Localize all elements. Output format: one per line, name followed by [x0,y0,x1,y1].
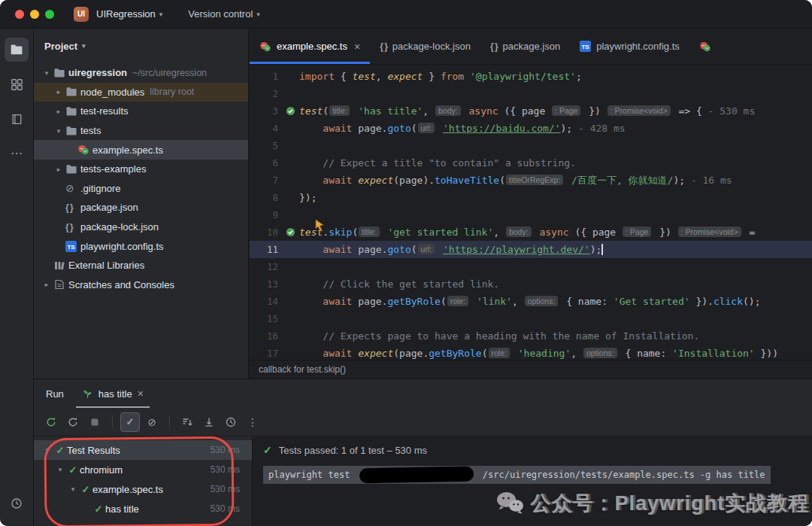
project-panel-header[interactable]: Project ▾ [34,29,248,63]
project-tree-item-package-json[interactable]: { }package.json [34,198,248,217]
close-icon[interactable]: × [138,388,144,400]
project-tree-item-gitignore[interactable]: ⊘.gitignore [34,179,248,199]
structure-tool-button[interactable] [5,72,29,96]
project-tree-item-playwright-config-ts[interactable]: TSplaywright.config.ts [34,236,248,256]
more-tools-tool-button[interactable]: ⋯ [5,141,29,166]
chevron-right-icon[interactable]: ▸ [52,88,65,96]
history-button[interactable] [221,412,241,432]
code-token: })) [755,348,778,359]
project-tree: ▾uiregression~/src/uiregression▸node_mod… [34,63,248,294]
chevron-down-icon[interactable]: ▾ [67,485,79,493]
code-token: titleOrRegExp: [506,175,563,185]
code-token: await [323,348,352,359]
code-token: : Page [623,227,651,237]
code-line-4[interactable]: 4 await page.goto(url: 'https://baidu.co… [250,120,812,137]
tests-passed-summary-row: ✓ Tests passed: 1 of 1 test – 530 ms [253,436,812,456]
json-icon: { } [380,41,387,52]
run-tab-has-title[interactable]: has title × [76,379,150,408]
test-passed-gutter-icon[interactable] [281,227,299,237]
code-token: }); [299,192,317,203]
project-tree-item-example-spec-ts[interactable]: example.spec.ts [34,140,248,160]
show-passed-icon: ✓ [126,417,135,427]
code-token: 'get started link' [387,227,493,238]
editor-area: example.spec.ts×{ }package-lock.json{ }p… [250,29,812,379]
test-passed-gutter-icon[interactable] [281,106,299,116]
project-tree-item-external-libraries[interactable]: External Libraries [34,256,248,275]
chevron-right-icon[interactable]: ▸ [52,166,65,173]
chevron-down-icon[interactable]: ▾ [40,69,53,77]
editor-tab-playwright-config-ts[interactable]: TSplaywright.config.ts [570,29,689,64]
chevron-right-icon[interactable]: ▸ [40,281,53,288]
editor-tab-label: package.json [503,41,561,52]
maximize-window-button[interactable] [45,10,54,19]
code-line-10[interactable]: 10test.skip(title: 'get started link', b… [250,223,812,241]
chevron-down-icon[interactable]: ▾ [54,466,66,473]
editor-tab-package-json[interactable]: { }package.json [480,29,570,64]
code-line-12[interactable]: 12 [250,258,812,275]
code-line-17[interactable]: 17 await expect(page.getByRole(role: 'he… [250,345,812,360]
bookmarks-tool-button[interactable] [5,107,29,131]
code-line-15[interactable]: 15 [250,310,812,327]
tree-item-label: uiregression [68,67,127,78]
close-window-button[interactable] [15,10,24,19]
editor-tab-example-spec-ts[interactable]: example.spec.ts× [250,29,370,64]
project-tree-item-package-lock-json[interactable]: { }package-lock.json [34,217,248,237]
code-line-3[interactable]: 3test(title: 'has title', body: async ({… [250,102,812,120]
project-tree-item-tests-examples[interactable]: ▸tests-examples [34,160,248,179]
editor-tab-item[interactable] [689,29,754,64]
code-line-1[interactable]: 1import { test, expect } from '@playwrig… [250,68,812,85]
project-tool-button[interactable] [5,38,29,62]
test-tree-item-chromium[interactable]: ▾✓chromium530 ms [34,460,252,479]
stop-button[interactable] [85,412,105,432]
code-line-11[interactable]: 11 await page.goto(url: 'https://playwri… [250,241,812,258]
test-duration: 530 ms [211,484,252,494]
tree-item-label: playwright.config.ts [80,241,164,252]
show-passed-button[interactable]: ✓ [120,412,140,432]
line-number: 16 [250,330,281,342]
minimize-window-button[interactable] [30,10,39,19]
context-label: callback for test.skip() [259,364,346,375]
more-button[interactable]: ⋮ [243,412,262,432]
project-tree-item-uiregression[interactable]: ▾uiregression~/src/uiregression [34,63,248,83]
code-line-7[interactable]: 7 await expect(page).toHaveTitle(titleOr… [250,172,812,189]
sort-button[interactable] [177,412,197,432]
project-tree-item-node-modules[interactable]: ▸node_moduleslibrary root [34,83,248,102]
console-command-line[interactable]: playwright test /src/uiregression/tests/… [263,466,771,484]
close-icon[interactable]: × [354,41,360,53]
code-editor[interactable]: 1import { test, expect } from '@playwrig… [250,65,812,360]
rerun-button[interactable] [41,412,61,432]
rerun-failed-button[interactable] [63,412,83,432]
code-line-8[interactable]: 8}); [250,189,812,206]
test-tree-item-has-title[interactable]: ✓has title530 ms [34,499,252,518]
toolbar-divider [112,415,113,429]
svg-text:TS: TS [582,44,590,50]
editor-tab-package-lock-json[interactable]: { }package-lock.json [370,29,480,64]
code-token [565,175,571,186]
navigate-button[interactable] [199,412,219,432]
test-passed-icon: ✓ [66,464,80,476]
code-line-14[interactable]: 14 await page.getByRole(role: 'link', op… [250,293,812,310]
editor-tab-label: playwright.config.ts [596,41,680,52]
project-tree-item-test-results[interactable]: ▸test-results [34,102,248,121]
code-line-6[interactable]: 6 // Expect a title "to contain" a subst… [250,154,812,172]
recent-tool-button[interactable] [5,491,29,515]
chevron-down-icon[interactable]: ▾ [41,446,53,454]
code-token: { [335,71,352,82]
vcs-widget[interactable]: Version control ▾ [188,8,260,20]
project-tree-item-tests[interactable]: ▾tests [34,121,248,141]
project-tree-item-scratches-and-consoles[interactable]: ▸Scratches and Consoles [34,275,248,295]
vcs-widget-label: Version control [188,8,253,20]
test-tree-item-example-spec-ts[interactable]: ▾✓example.spec.ts530 ms [34,479,252,499]
show-ignored-button[interactable]: ⊘ [142,412,162,432]
code-line-2[interactable]: 2 [250,85,812,102]
code-line-16[interactable]: 16 // Expects page to have a heading wit… [250,327,812,345]
chevron-right-icon[interactable]: ▸ [52,108,65,115]
test-tree-label: has title [105,503,139,515]
code-line-5[interactable]: 5 [250,137,812,154]
project-switcher[interactable]: UIRegression ▾ [96,8,162,20]
code-line-13[interactable]: 13 // Click the get started link. [250,275,812,293]
line-number: 11 [250,244,281,255]
code-line-9[interactable]: 9 [250,206,812,223]
test-tree-item-test-results[interactable]: ▾✓Test Results530 ms [34,440,252,460]
chevron-down-icon[interactable]: ▾ [52,127,65,135]
